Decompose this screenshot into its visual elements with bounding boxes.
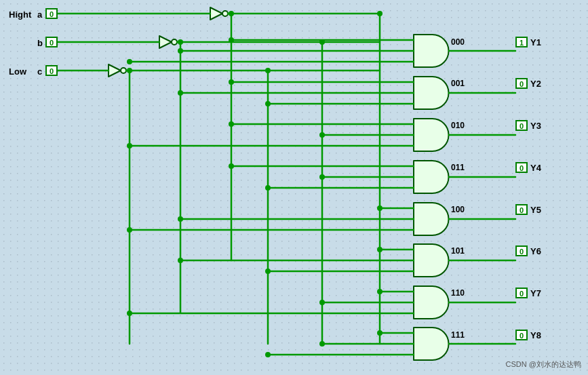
input-box-c[interactable]: 0: [45, 65, 58, 76]
input-box-b[interactable]: 0: [45, 37, 58, 47]
input-signal-b: b: [37, 38, 43, 48]
gate-label-101: 101: [451, 246, 465, 256]
output-box-y2[interactable]: 0: [515, 78, 528, 89]
output-label-y6: Y6: [530, 246, 541, 256]
gate-label-100: 100: [451, 205, 465, 214]
input-label-hight: Hight: [9, 9, 31, 20]
output-box-y5[interactable]: 0: [515, 204, 528, 215]
gate-label-000: 000: [451, 37, 465, 47]
output-label-y3: Y3: [530, 121, 541, 131]
output-box-y1[interactable]: 1: [515, 37, 528, 47]
output-label-y7: Y7: [530, 288, 541, 298]
output-box-y8[interactable]: 0: [515, 330, 528, 340]
input-box-a[interactable]: 0: [45, 8, 58, 19]
output-label-y5: Y5: [530, 205, 541, 215]
gate-label-001: 001: [451, 79, 465, 88]
output-box-y7[interactable]: 0: [515, 288, 528, 298]
gate-label-011: 011: [451, 163, 465, 172]
output-label-y2: Y2: [530, 79, 541, 89]
gate-label-111: 111: [451, 330, 465, 340]
output-box-y3[interactable]: 0: [515, 120, 528, 131]
input-label-low: Low: [9, 66, 26, 77]
input-signal-c: c: [37, 66, 42, 77]
gate-label-010: 010: [451, 121, 465, 130]
gate-label-110: 110: [451, 288, 465, 298]
output-label-y1: Y1: [530, 37, 541, 47]
output-label-y4: Y4: [530, 163, 541, 173]
output-label-y8: Y8: [530, 330, 541, 340]
watermark: CSDN @刘水的达达鸭: [506, 359, 581, 370]
output-box-y4[interactable]: 0: [515, 162, 528, 173]
input-signal-a: a: [37, 9, 42, 20]
output-box-y6[interactable]: 0: [515, 245, 528, 256]
